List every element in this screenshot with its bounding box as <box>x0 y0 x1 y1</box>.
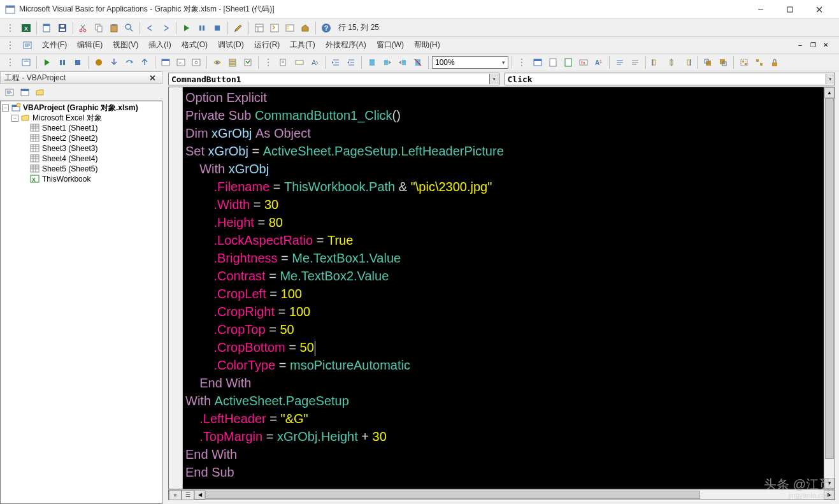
watch-window-icon[interactable] <box>189 55 203 69</box>
bring-front-icon[interactable] <box>701 55 715 69</box>
close-button[interactable] <box>805 0 834 19</box>
center-horiz-icon[interactable] <box>664 55 678 69</box>
project-explorer-icon[interactable] <box>252 21 266 35</box>
procedure-dropdown[interactable]: Click <box>505 73 836 85</box>
zoom-combo[interactable]: 100% <box>432 56 508 69</box>
bookmark-clear-icon[interactable] <box>411 55 425 69</box>
run-sub-icon[interactable] <box>40 55 54 69</box>
locals-window-icon[interactable] <box>159 55 173 69</box>
bookmark-toggle-icon[interactable] <box>365 55 379 69</box>
insert-module-icon[interactable] <box>40 21 54 35</box>
menu-format[interactable]: 格式(O) <box>176 37 213 53</box>
scroll-up-button[interactable]: ▲ <box>824 87 835 98</box>
list-properties-icon[interactable] <box>19 55 33 69</box>
object-dropdown[interactable]: CommandButton1 <box>168 73 499 85</box>
scroll-thumb[interactable] <box>205 491 700 499</box>
tree-item[interactable]: Sheet4 (Sheet4) <box>2 154 161 164</box>
call-stack-icon[interactable] <box>226 55 240 69</box>
list-members-icon[interactable] <box>277 55 291 69</box>
toolbox-icon[interactable] <box>298 21 312 35</box>
immediate-window-icon[interactable]: > <box>174 55 188 69</box>
tree-item[interactable]: Sheet5 (Sheet5) <box>2 164 161 174</box>
tree-item[interactable]: Sheet2 (Sheet2) <box>2 133 161 143</box>
module-icon[interactable] <box>20 38 34 52</box>
scroll-right-button[interactable]: ▶ <box>824 490 835 500</box>
undo-icon[interactable] <box>143 21 157 35</box>
bookmark-next-icon[interactable] <box>380 55 394 69</box>
break2-icon[interactable] <box>55 55 69 69</box>
scroll-down-button[interactable]: ▼ <box>824 478 835 489</box>
compile-icon[interactable] <box>241 55 255 69</box>
copy-icon[interactable] <box>92 21 106 35</box>
tab-order-icon[interactable]: A1 <box>592 55 606 69</box>
complete-word-icon[interactable]: A <box>308 55 322 69</box>
vertical-scrollbar[interactable]: ▲ ▼ <box>824 87 835 489</box>
reset-icon[interactable] <box>210 21 224 35</box>
mdi-restore-button[interactable]: ❐ <box>807 40 819 50</box>
procedure-view-button[interactable]: ≡ <box>169 490 182 500</box>
bookmark-prev-icon[interactable] <box>396 55 410 69</box>
module-new-icon[interactable] <box>546 55 560 69</box>
view-code-icon[interactable] <box>3 85 17 99</box>
object-browser-icon[interactable] <box>283 21 297 35</box>
mdi-minimize-button[interactable]: – <box>794 40 806 50</box>
find-icon[interactable] <box>122 21 136 35</box>
toggle-breakpoint-icon[interactable] <box>92 55 106 69</box>
class-module-icon[interactable] <box>561 55 575 69</box>
align-right-icon[interactable] <box>680 55 694 69</box>
view-object-icon[interactable] <box>18 85 32 99</box>
full-module-view-button[interactable]: ☰ <box>182 490 194 500</box>
save-icon[interactable] <box>55 21 69 35</box>
send-back-icon[interactable] <box>716 55 730 69</box>
comment-block-icon[interactable] <box>613 55 627 69</box>
quick-watch-icon[interactable] <box>210 55 224 69</box>
step-into-icon[interactable] <box>107 55 121 69</box>
menu-insert[interactable]: 插入(I) <box>143 37 176 53</box>
minimize-button[interactable] <box>746 0 775 19</box>
collapse-icon[interactable]: − <box>2 104 9 112</box>
scroll-left-button[interactable]: ◀ <box>194 490 205 500</box>
outdent-icon[interactable] <box>344 55 358 69</box>
group-icon[interactable] <box>737 55 751 69</box>
scroll-thumb[interactable] <box>825 98 834 459</box>
procedure-icon[interactable]: fn <box>577 55 591 69</box>
tree-item[interactable]: Sheet3 (Sheet3) <box>2 143 161 154</box>
tree-item[interactable]: Sheet1 (Sheet1) <box>2 123 161 133</box>
cut-icon[interactable] <box>76 21 90 35</box>
panel-close-button[interactable]: ✕ <box>147 73 158 83</box>
menu-edit[interactable]: 编辑(E) <box>72 37 108 53</box>
step-out-icon[interactable] <box>138 55 152 69</box>
toggle-folders-icon[interactable] <box>33 85 47 99</box>
menu-addins[interactable]: 外接程序(A) <box>320 37 371 53</box>
maximize-button[interactable] <box>775 0 805 19</box>
menu-tools[interactable]: 工具(T) <box>285 37 320 53</box>
tree-root[interactable]: − VBAProject (Graphic 对象.xlsm) <box>2 103 161 113</box>
tree-item[interactable]: XThisWorkbook <box>2 174 161 184</box>
code-margin[interactable] <box>169 87 183 489</box>
lock-icon[interactable] <box>768 55 782 69</box>
tree-folder[interactable]: − Microsoft Excel 对象 <box>2 113 161 123</box>
project-tree[interactable]: − VBAProject (Graphic 对象.xlsm) − Microso… <box>0 101 162 504</box>
break-icon[interactable] <box>195 21 209 35</box>
code-editor[interactable]: Option Explicit Private Sub CommandButto… <box>183 87 824 489</box>
uncomment-block-icon[interactable] <box>628 55 642 69</box>
paste-icon[interactable] <box>107 21 121 35</box>
step-over-icon[interactable] <box>122 55 136 69</box>
menu-window[interactable]: 窗口(W) <box>371 37 409 53</box>
userform-icon[interactable] <box>531 55 545 69</box>
horizontal-scrollbar[interactable]: ≡ ☰ ◀ ▶ <box>168 489 835 500</box>
run-icon[interactable] <box>180 21 194 35</box>
menu-debug[interactable]: 调试(D) <box>213 37 249 53</box>
stop-icon[interactable] <box>71 55 85 69</box>
indent-icon[interactable] <box>329 55 343 69</box>
menu-run[interactable]: 运行(R) <box>249 37 285 53</box>
parameter-info-icon[interactable] <box>292 55 306 69</box>
menu-help[interactable]: 帮助(H) <box>409 37 445 53</box>
menu-view[interactable]: 视图(V) <box>108 37 143 53</box>
ungroup-icon[interactable] <box>752 55 766 69</box>
redo-icon[interactable] <box>159 21 173 35</box>
mdi-close-button[interactable]: ✕ <box>820 40 831 50</box>
excel-icon[interactable]: X <box>19 21 33 35</box>
collapse-icon[interactable]: − <box>11 115 18 122</box>
properties-icon[interactable] <box>268 21 282 35</box>
